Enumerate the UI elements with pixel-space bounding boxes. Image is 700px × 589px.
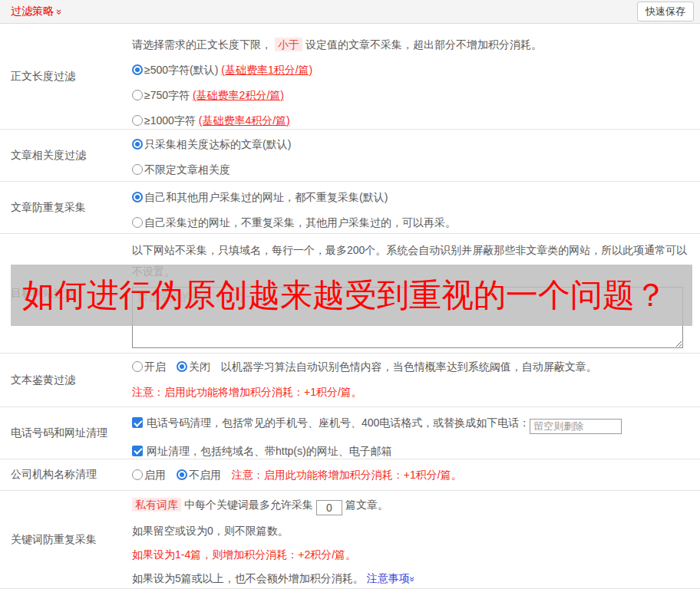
row-keyword-dedup: 关键词防重复采集 私有词库中每个关键词最多允许采集篇文章。 如果留空或设为0，则… bbox=[0, 491, 700, 589]
relevance-option-strict[interactable]: 只采集相关度达标的文章(默认) bbox=[132, 136, 691, 153]
radio-icon[interactable] bbox=[132, 361, 143, 372]
length-filter-intro: 请选择需求的正文长度下限，小于设定值的文章不采集，超出部分不增加积分消耗。 bbox=[132, 36, 691, 53]
dedup-option-global[interactable]: 自己和其他用户采集过的网址，都不重复采集(默认) bbox=[132, 189, 691, 206]
row-label: 文章相关度过滤 bbox=[0, 130, 132, 181]
radio-icon[interactable] bbox=[132, 217, 143, 228]
radio-icon[interactable] bbox=[132, 115, 143, 126]
fee-note: (基础费率2积分/篇) bbox=[193, 89, 284, 101]
row-phone-url-clean: 电话号码和网址清理 电话号码清理，包括常见的手机号、座机号、400电话格式，或替… bbox=[0, 407, 700, 459]
quick-save-button[interactable]: 快速保存 bbox=[637, 2, 694, 21]
row-label: 电话号码和网址清理 bbox=[0, 407, 132, 459]
dedup-option-self[interactable]: 自己采集过的网址，不重复采集，其他用户采集过的，可以再采。 bbox=[132, 214, 691, 231]
relevance-option-any[interactable]: 不限定文章相关度 bbox=[132, 161, 691, 178]
row-site-filter: 目标网站过滤 以下网站不采集，只填域名，每行一个，最多200个。系统会自动识别并… bbox=[0, 234, 700, 354]
row-label: 文本鉴黄过滤 bbox=[0, 354, 132, 406]
page-title[interactable]: 过滤策略 » bbox=[11, 5, 62, 18]
keyword-dedup-note-fee: 如果设为1-4篇，则增加积分消耗：+2积分/篇。 bbox=[132, 546, 691, 563]
keyword-dedup-note-five: 如果设为5篇或以上，也不会额外增加积分消耗。 bbox=[132, 572, 364, 584]
radio-icon[interactable] bbox=[132, 90, 143, 100]
radio-icon[interactable] bbox=[132, 192, 143, 202]
row-dedup-collect: 文章防重复采集 自己和其他用户采集过的网址，都不重复采集(默认) 自己采集过的网… bbox=[0, 182, 700, 234]
radio-icon[interactable] bbox=[132, 139, 143, 150]
blocked-domains-textarea[interactable] bbox=[132, 287, 683, 348]
porn-filter-desc: 以机器学习算法自动识别色情内容，当色情概率达到系统阈值，自动屏蔽文章。 bbox=[221, 360, 597, 373]
row-label: 公司机构名称清理 bbox=[0, 459, 132, 490]
row-company-clean: 公司机构名称清理 启用 不启用 注意：启用此功能将增加积分消耗：+1积分/篇。 bbox=[0, 459, 700, 491]
checkbox-checked-icon[interactable] bbox=[132, 446, 143, 456]
row-label: 文章防重复采集 bbox=[0, 182, 132, 233]
site-filter-desc: 以下网站不采集，只填域名，每行一个，最多200个。系统会自动识别并屏蔽那些非文章… bbox=[132, 239, 691, 282]
porn-filter-on-option[interactable]: 开启 bbox=[132, 360, 166, 373]
url-clean-option[interactable]: 网址清理，包括纯域名、带http(s)的网址、电子邮箱 bbox=[132, 443, 691, 459]
chevron-down-icon: » bbox=[54, 8, 64, 14]
fee-note: (基础费率4积分/篇) bbox=[199, 114, 290, 127]
porn-filter-note: 注意：启用此功能将增加积分消耗：+1积分/篇。 bbox=[132, 383, 691, 400]
length-option-750[interactable]: ≥750字符 (基础费率2积分/篇) bbox=[132, 87, 691, 104]
notice-link[interactable]: 注意事项» bbox=[367, 572, 415, 584]
private-thesaurus-tag[interactable]: 私有词库 bbox=[132, 498, 181, 512]
row-porn-filter: 文本鉴黄过滤 开启 关闭 以机器学习算法自动识别色情内容，当色情概率达到系统阈值… bbox=[0, 354, 700, 407]
row-body-length-filter: 正文长度过滤 请选择需求的正文长度下限，小于设定值的文章不采集，超出部分不增加积… bbox=[0, 24, 700, 130]
page-title-text: 过滤策略 bbox=[11, 5, 54, 18]
radio-icon[interactable] bbox=[177, 361, 187, 372]
company-clean-note: 注意：启用此功能将增加积分消耗：+1积分/篇。 bbox=[232, 469, 462, 481]
replacement-phone-input[interactable] bbox=[530, 419, 622, 434]
checkbox-checked-icon[interactable] bbox=[132, 417, 143, 428]
fee-note: (基础费率1积分/篇) bbox=[221, 64, 312, 76]
header-bar: 过滤策略 » 快速保存 bbox=[0, 0, 700, 24]
porn-filter-off-option[interactable]: 关闭 bbox=[177, 360, 210, 373]
chevron-down-icon: » bbox=[408, 577, 417, 582]
row-label: 目标网站过滤 bbox=[0, 234, 132, 353]
row-label: 正文长度过滤 bbox=[0, 24, 132, 129]
max-articles-input[interactable] bbox=[316, 500, 342, 515]
company-clean-on-option[interactable]: 启用 bbox=[132, 469, 166, 481]
highlight-less-than: 小于 bbox=[275, 38, 302, 51]
radio-icon[interactable] bbox=[132, 164, 143, 175]
radio-icon[interactable] bbox=[132, 469, 143, 480]
company-clean-off-option[interactable]: 不启用 bbox=[177, 469, 221, 481]
phone-clean-option[interactable]: 电话号码清理，包括常见的手机号、座机号、400电话格式，或替换成如下电话： bbox=[132, 414, 691, 434]
radio-icon[interactable] bbox=[132, 64, 143, 75]
row-label: 关键词防重复采集 bbox=[0, 491, 132, 588]
length-option-500[interactable]: ≥500字符(默认) (基础费率1积分/篇) bbox=[132, 61, 691, 78]
keyword-dedup-note-zero: 如果留空或设为0，则不限篇数。 bbox=[132, 522, 691, 539]
radio-icon[interactable] bbox=[177, 469, 187, 480]
row-relevance-filter: 文章相关度过滤 只采集相关度达标的文章(默认) 不限定文章相关度 bbox=[0, 130, 700, 182]
length-option-1000[interactable]: ≥1000字符 (基础费率4积分/篇) bbox=[132, 112, 691, 129]
